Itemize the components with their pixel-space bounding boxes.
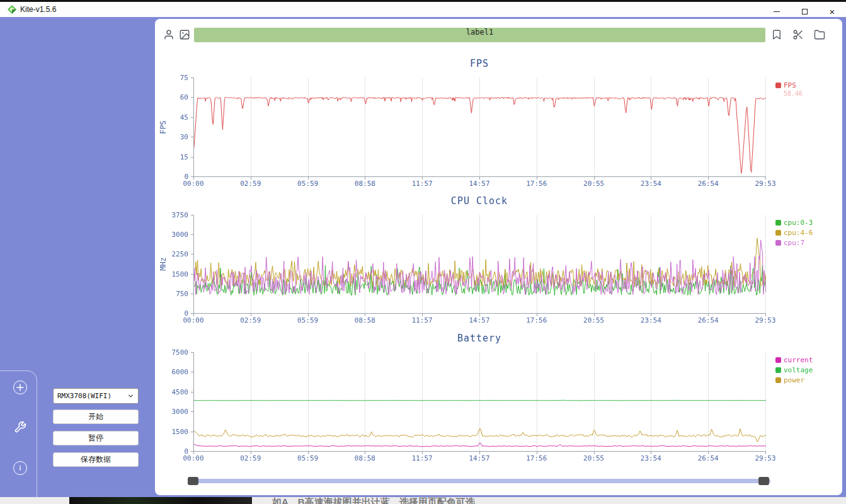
axis-tick bbox=[191, 352, 193, 353]
chart-title: FPS bbox=[193, 58, 765, 69]
wrench-icon bbox=[14, 421, 26, 433]
axis-tick bbox=[308, 452, 309, 454]
y-axis-name: MHz bbox=[159, 257, 168, 271]
legend-item[interactable]: power bbox=[775, 375, 841, 385]
open-folder-button[interactable] bbox=[814, 29, 825, 40]
chart-title: CPU Clock bbox=[193, 195, 765, 207]
x-tick-label: 23:54 bbox=[635, 180, 666, 188]
device-select[interactable]: RMX3708(WIFI) bbox=[53, 388, 139, 404]
start-button[interactable]: 开始 bbox=[53, 410, 139, 424]
x-tick-label: 14:57 bbox=[464, 180, 495, 188]
axis-tick bbox=[708, 452, 709, 454]
titlebar: Kite-v1.5.6 × bbox=[0, 0, 846, 17]
legend-item[interactable]: current bbox=[775, 355, 841, 365]
axis-tick bbox=[422, 452, 423, 454]
axis-tick bbox=[365, 177, 365, 180]
legend-label: FPS bbox=[784, 81, 796, 89]
chart-canvas bbox=[194, 352, 766, 451]
legend-swatch bbox=[775, 357, 781, 363]
chevron-down-icon bbox=[127, 392, 134, 399]
save-data-button[interactable]: 保存数据 bbox=[53, 452, 139, 467]
legend-item[interactable]: FPS bbox=[775, 80, 841, 90]
y-axis-name-wrap bbox=[155, 352, 171, 451]
x-tick-label: 17:56 bbox=[521, 454, 552, 462]
axis-tick bbox=[193, 452, 194, 454]
x-tick-label: 11:57 bbox=[406, 180, 438, 188]
background-thumbnail bbox=[69, 497, 252, 504]
x-tick-label: 08:58 bbox=[349, 180, 380, 188]
plot-area[interactable] bbox=[193, 215, 766, 314]
legend-item[interactable]: cpu:4-6 bbox=[775, 227, 841, 238]
y-tick-label: 30 bbox=[155, 133, 188, 141]
legend-label: power bbox=[784, 376, 804, 384]
main-panel: label1 FPS FPS 01530456075 00:0002:5905:… bbox=[155, 19, 842, 495]
bookmark-button[interactable] bbox=[771, 29, 782, 40]
chart-title: Battery bbox=[193, 333, 765, 344]
legend-label: cpu:7 bbox=[784, 239, 804, 247]
user-button[interactable] bbox=[163, 29, 174, 40]
background-window-strip: 如A、B高速海拔图并出计蓝，选择用页配色可选 bbox=[0, 497, 846, 504]
chart-canvas bbox=[194, 77, 766, 176]
legend-item[interactable]: cpu:7 bbox=[775, 238, 841, 248]
legend-label: cpu:0-3 bbox=[784, 219, 813, 227]
y-tick-label: 75 bbox=[155, 74, 188, 82]
axis-tick bbox=[193, 314, 194, 316]
timeline-slider-track[interactable] bbox=[189, 479, 770, 483]
folder-icon bbox=[814, 29, 825, 40]
legend-item[interactable]: cpu:0-3 bbox=[775, 217, 841, 227]
x-tick-label: 26:54 bbox=[692, 316, 724, 324]
y-tick-label: 3750 bbox=[155, 211, 188, 219]
settings-button[interactable] bbox=[13, 420, 28, 435]
y-tick-label: 1500 bbox=[155, 428, 188, 436]
axis-tick bbox=[191, 372, 193, 372]
label-input[interactable]: label1 bbox=[194, 28, 765, 42]
info-button[interactable] bbox=[13, 461, 27, 475]
axis-tick bbox=[708, 177, 709, 180]
axis-tick bbox=[308, 177, 309, 180]
x-tick-label: 20:55 bbox=[578, 454, 610, 462]
axis-tick bbox=[191, 234, 193, 235]
axis-tick bbox=[251, 314, 251, 316]
x-tick-label: 08:58 bbox=[349, 454, 380, 462]
plot-area[interactable] bbox=[193, 352, 766, 452]
axis-tick bbox=[308, 314, 309, 316]
legend: cpu:0-3cpu:4-6cpu:7 bbox=[775, 217, 841, 248]
plot-area[interactable] bbox=[193, 77, 766, 177]
x-tick-label: 14:57 bbox=[464, 316, 495, 324]
x-tick-label: 14:57 bbox=[464, 454, 495, 462]
y-tick-label: 750 bbox=[155, 290, 188, 298]
axis-tick bbox=[479, 177, 480, 180]
timeline-slider-left-handle[interactable] bbox=[188, 477, 198, 485]
axis-tick bbox=[651, 452, 651, 454]
axis-tick bbox=[251, 177, 251, 180]
axis-tick bbox=[191, 294, 193, 294]
timeline-slider-right-handle[interactable] bbox=[758, 477, 769, 485]
x-tick-label: 11:57 bbox=[406, 454, 438, 462]
maximize-icon bbox=[802, 9, 808, 14]
chart-canvas bbox=[194, 215, 766, 313]
y-tick-label: 3000 bbox=[155, 408, 188, 416]
legend-item[interactable]: voltage bbox=[775, 365, 841, 375]
info-icon bbox=[16, 464, 24, 472]
legend: currentvoltagepower bbox=[775, 355, 841, 385]
axis-tick bbox=[365, 314, 365, 316]
axis-tick bbox=[191, 254, 193, 255]
axis-tick bbox=[191, 137, 193, 137]
app-window: Kite-v1.5.6 × RMX3708(WIFI) 开始 暂停 保存数据 bbox=[0, 0, 846, 504]
axis-tick bbox=[193, 177, 194, 180]
legend-swatch bbox=[775, 240, 781, 246]
screenshot-button[interactable] bbox=[179, 29, 190, 40]
add-button[interactable] bbox=[13, 381, 27, 394]
cut-button[interactable] bbox=[792, 29, 804, 40]
x-tick-label: 29:53 bbox=[750, 180, 781, 188]
y-tick-label: 6000 bbox=[155, 368, 188, 376]
x-tick-label: 20:55 bbox=[578, 316, 610, 324]
y-axis-name: FPS bbox=[159, 120, 168, 134]
pause-button[interactable]: 暂停 bbox=[53, 431, 139, 445]
axis-tick bbox=[191, 432, 193, 432]
axis-tick bbox=[191, 157, 193, 158]
axis-tick bbox=[651, 314, 651, 316]
y-tick-label: 3000 bbox=[155, 231, 188, 239]
x-tick-label: 26:54 bbox=[692, 454, 724, 462]
person-icon bbox=[163, 29, 174, 40]
